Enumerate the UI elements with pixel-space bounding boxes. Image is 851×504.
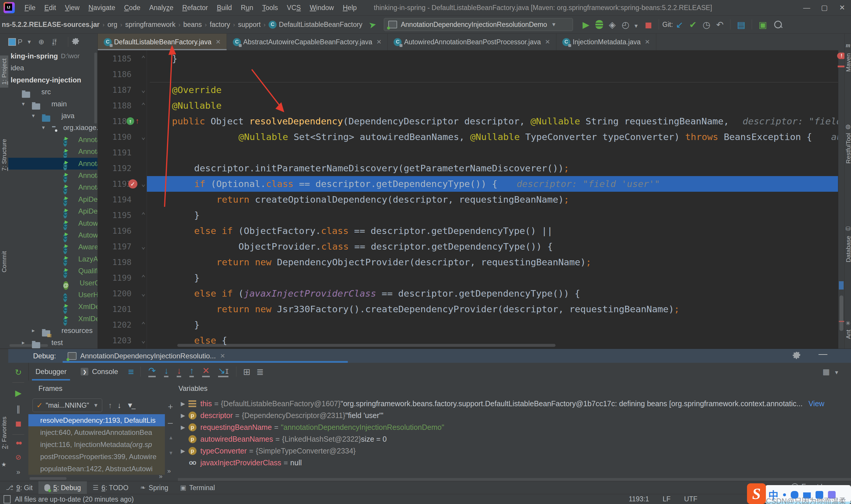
code-line[interactable]: 1201return new Jsr330Factory().createDep… — [97, 301, 838, 317]
menu-item[interactable]: Analyze — [145, 4, 178, 12]
tool-window-button-terminal[interactable]: ▣Terminal — [174, 481, 221, 494]
code-line[interactable]: 1189↑↑public Object resolveDependency(De… — [97, 113, 838, 129]
tool-stripe-database[interactable]: Database — [845, 236, 851, 262]
frame-row[interactable]: inject:640, AutowiredAnnotationBea — [29, 426, 165, 438]
run-to-cursor-icon[interactable]: ↘ɪ — [218, 366, 229, 377]
editor-tab[interactable]: CInjectionMetadata.java✕ — [556, 34, 656, 50]
tool-stripe-ant[interactable]: Ant — [845, 330, 851, 339]
tree-item[interactable]: ▾org.xiaoge.t — [8, 122, 97, 133]
breadcrumb-item[interactable]: springframework — [125, 21, 176, 29]
settings-layout-icon[interactable]: ≣ — [256, 367, 264, 377]
menu-item[interactable]: Build — [213, 4, 236, 12]
tree-item[interactable]: CApiDepend — [8, 205, 97, 217]
drop-frame-icon[interactable]: ✕ — [202, 366, 210, 377]
tree-expand-icon[interactable]: ▾ — [22, 101, 25, 107]
locate-file-icon[interactable]: ⊕ — [38, 38, 44, 46]
tool-stripe-structure[interactable]: 7: Structure — [1, 139, 8, 171]
tree-item[interactable]: CLazyAnnot — [8, 253, 97, 265]
expand-icon[interactable]: ▶ — [178, 424, 188, 431]
tool-stripe-project[interactable]: 1: Project — [0, 56, 8, 88]
line-ending[interactable]: LF — [663, 495, 670, 503]
run-config-select[interactable]: AnnotationDependencyInjectionResolutionD… — [384, 18, 573, 31]
tree-item[interactable]: @UserGroup — [8, 277, 97, 289]
more-icon[interactable]: » — [167, 467, 171, 475]
tree-item[interactable]: CAnnotatio — [8, 181, 97, 193]
debug-session-tab[interactable]: AnnotationDependencyInjectionResolutio..… — [68, 349, 225, 363]
line-number[interactable]: 1187 — [97, 82, 131, 98]
breadcrumb-item[interactable]: ns-5.2.2.RELEASE-sources.jar — [2, 21, 99, 29]
line-number[interactable]: 1191 — [97, 145, 131, 160]
variable-row[interactable]: pautowiredBeanNames={LinkedHashSet@2322}… — [178, 433, 851, 445]
tool-window-button-spring[interactable]: ❧Spring — [134, 481, 174, 494]
breadcrumb-item[interactable]: support — [238, 21, 260, 29]
fold-marker-icon[interactable]: ⌄ — [141, 176, 145, 192]
menu-item[interactable]: Code — [120, 4, 145, 12]
code-line[interactable]: 1200⌄else if (javaxInjectProviderClass =… — [97, 286, 838, 301]
tree-item[interactable]: ▾java — [8, 110, 97, 122]
tool-stripe-restfultool[interactable]: RestfulTool — [845, 133, 851, 164]
line-number[interactable]: 1185 — [97, 51, 131, 67]
tree-item[interactable]: CAutowirin — [8, 217, 97, 229]
menu-item[interactable]: Navigate — [84, 4, 120, 12]
line-number[interactable]: 1186 — [97, 67, 131, 82]
frame-row[interactable]: populateBean:1422, AbstractAutowi — [29, 463, 165, 475]
overrides-method-icon[interactable]: ↑ — [126, 117, 134, 125]
close-icon[interactable]: ✕ — [545, 38, 550, 46]
variable-row[interactable]: ▶this={DefaultListableBeanFactory@1607} … — [178, 398, 851, 410]
rerun-icon[interactable]: ↻ — [8, 367, 29, 377]
run-button[interactable]: ▶ — [582, 19, 589, 30]
view-link[interactable]: View — [809, 399, 825, 408]
line-number[interactable]: 1192 — [97, 160, 131, 176]
expand-icon[interactable]: ▶ — [178, 400, 188, 407]
code-line[interactable]: 1185⌃} — [97, 51, 838, 67]
tree-item[interactable]: CQualifier — [8, 265, 97, 277]
code-line[interactable]: 1192descriptor.initParameterNameDiscover… — [97, 160, 838, 176]
line-number[interactable]: 1196 — [97, 223, 131, 239]
editor-tab[interactable]: CAbstractAutowireCapableBeanFactory.java… — [227, 34, 388, 50]
menu-item[interactable]: Tools — [258, 4, 283, 12]
close-icon[interactable]: ✕ — [645, 38, 650, 46]
scroll-down-icon[interactable]: ▼ — [168, 450, 174, 456]
execution-line-mark[interactable] — [839, 281, 844, 289]
menu-item[interactable]: Window — [305, 4, 338, 12]
tree-item[interactable]: ▾main — [8, 98, 97, 110]
add-watch-icon[interactable]: + — [168, 402, 173, 412]
line-number[interactable]: 1203 — [97, 332, 131, 348]
code-line[interactable]: 1198return new DependencyObjectProvider(… — [97, 254, 838, 270]
variables-hscrollbar[interactable] — [178, 478, 851, 481]
filter-icon[interactable]: ▼̲ — [126, 401, 133, 410]
frames-hscrollbar[interactable] — [30, 477, 67, 480]
tool-stripe-favorites[interactable]: 2: Favorites — [1, 417, 8, 449]
tree-item[interactable]: king-in-spring D:\wor — [8, 50, 97, 62]
tree-item[interactable]: CXmlDepend — [8, 301, 97, 312]
variable-row[interactable]: oojavaxInjectProviderClass=null — [178, 457, 851, 469]
code-line[interactable]: 1195⌃} — [97, 208, 838, 223]
tree-item[interactable]: src — [8, 86, 97, 98]
stop-icon[interactable]: ◼ — [8, 419, 29, 428]
code-line[interactable]: 1191 — [97, 145, 838, 160]
tree-item[interactable]: CAutowirin — [8, 229, 97, 241]
line-number[interactable]: 1197 — [97, 239, 131, 254]
restore-layout-icon[interactable]: ▦▼ — [822, 367, 839, 376]
tree-item[interactable]: ▸test — [8, 337, 97, 348]
menu-item[interactable]: File — [20, 4, 40, 12]
stop-button[interactable]: ◼ — [645, 19, 652, 30]
hide-panel-icon[interactable]: — — [818, 349, 827, 359]
fold-marker-icon[interactable]: ⌃ — [141, 270, 145, 286]
close-icon[interactable]: ✕ — [833, 0, 851, 15]
tree-expand-icon[interactable]: ▾ — [32, 112, 35, 119]
step-over-icon[interactable]: ↷ — [148, 366, 156, 377]
code-line[interactable]: 1199⌃} — [97, 270, 838, 286]
fold-marker-icon[interactable]: ⌃ — [141, 208, 145, 223]
view-breakpoints-icon[interactable]: ⊘ — [8, 453, 29, 462]
code-line[interactable]: 1202⌃} — [97, 317, 838, 332]
more-actions-icon[interactable]: » — [8, 468, 29, 476]
error-mark[interactable] — [839, 321, 844, 322]
menu-item[interactable]: Edit — [40, 4, 60, 12]
menu-item[interactable]: VCS — [283, 4, 305, 12]
line-number[interactable]: 1188 — [97, 98, 131, 113]
minimize-icon[interactable]: — — [798, 0, 816, 15]
fold-marker-icon[interactable]: ⌃ — [141, 98, 145, 113]
pause-icon[interactable]: ∥ — [8, 404, 29, 414]
tool-window-button-git[interactable]: ⎇9: Git — [0, 481, 38, 494]
